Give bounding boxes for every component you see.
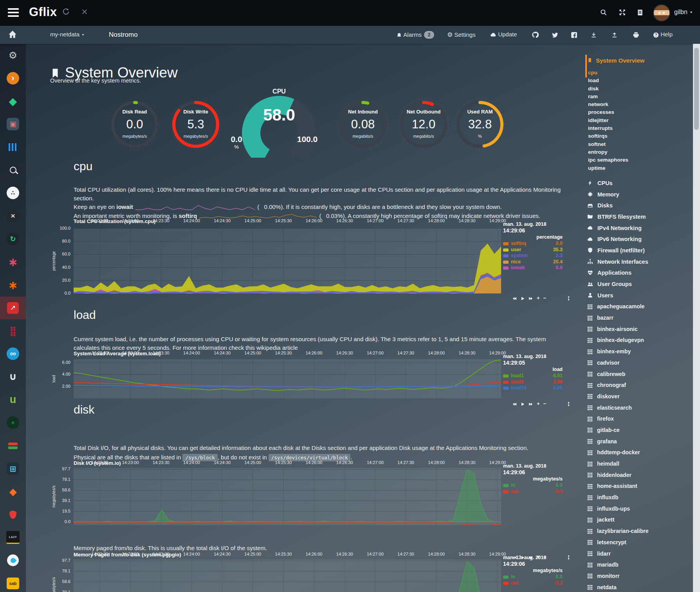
- changelog-icon[interactable]: [637, 9, 644, 16]
- twitter-icon[interactable]: [551, 31, 558, 38]
- sidebar-item-ipc-semaphores[interactable]: ipc semaphores: [588, 156, 694, 164]
- facebook-icon[interactable]: [571, 31, 577, 38]
- menu-icon[interactable]: [8, 8, 19, 17]
- pan-backward-icon[interactable]: [512, 401, 517, 407]
- app-icon-small-red-shield-app[interactable]: [0, 503, 26, 526]
- zoom-out-icon[interactable]: −: [543, 295, 547, 301]
- legend-entry-system[interactable]: system2.3: [503, 253, 563, 259]
- sidebar-item-netdata[interactable]: netdata: [587, 582, 694, 592]
- app-icon-settings[interactable]: ⚙: [0, 44, 26, 67]
- pan-forward-icon[interactable]: [529, 401, 533, 407]
- sidebar-item-ram[interactable]: ram: [588, 93, 694, 101]
- export-download-icon[interactable]: [590, 31, 597, 38]
- sidebar-item-users[interactable]: Users: [587, 290, 694, 301]
- user-menu[interactable]: gilbn: [674, 9, 693, 16]
- alarms-button[interactable]: Alarms2: [396, 31, 434, 39]
- sidebar-item-calibreweb[interactable]: calibreweb: [587, 369, 694, 380]
- sidebar-item-system-overview[interactable]: System Overview: [587, 57, 694, 66]
- sidebar-item-cpus[interactable]: CPUs: [587, 178, 694, 189]
- pan-backward-icon[interactable]: [512, 295, 517, 301]
- legend-entry-nice[interactable]: nice20.4: [503, 259, 563, 265]
- legend-entry-iowait[interactable]: iowait0.0: [503, 265, 563, 271]
- legend-entry-load15[interactable]: load152.06: [503, 385, 563, 391]
- server-dropdown[interactable]: my-netdata: [50, 31, 85, 38]
- sidebar-item-binhex-emby[interactable]: binhex-emby: [587, 346, 694, 357]
- app-icon-pink-nodes-app[interactable]: ∗: [0, 250, 26, 274]
- app-icon-orange-flame-app[interactable]: ∗: [0, 274, 26, 297]
- print-icon[interactable]: [633, 31, 639, 38]
- chart-plot[interactable]: [74, 560, 501, 592]
- app-icon-audio-bars-app[interactable]: [0, 136, 26, 159]
- sidebar-item-user-groups[interactable]: User Groups: [587, 279, 694, 290]
- app-icon-red-shield-app[interactable]: ↗: [0, 297, 26, 320]
- used-ram-gauge[interactable]: Used RAM32.8%: [453, 97, 507, 152]
- sidebar-item-mariadb[interactable]: mariadb: [587, 559, 694, 570]
- zoom-in-icon[interactable]: +: [537, 401, 540, 407]
- legend-entry-softirq[interactable]: softirq0.0: [503, 241, 563, 247]
- legend-entry-out[interactable]: out-5.3: [503, 489, 563, 495]
- sidebar-item-idlejitter[interactable]: idlejitter: [588, 117, 694, 124]
- sidebar-item-memory[interactable]: Memory: [587, 189, 694, 200]
- sidebar-item-disk[interactable]: disk: [588, 85, 694, 93]
- sidebar-item-apacheguacamole[interactable]: apacheguacamole: [587, 301, 694, 312]
- github-icon[interactable]: [532, 31, 539, 38]
- sidebar-item-ipv4-networking[interactable]: IPv4 Networking: [587, 223, 694, 234]
- sidebar-item-grafana[interactable]: grafana: [587, 436, 694, 447]
- sidebar-item-softnet[interactable]: softnet: [588, 140, 694, 148]
- app-icon-orange-fox-app[interactable]: ◆: [0, 480, 26, 503]
- help-button[interactable]: Help: [653, 31, 673, 38]
- app-icon-search-app[interactable]: [0, 158, 26, 182]
- sidebar-item-btrfs-filesystem[interactable]: BTRFS filesystem: [587, 211, 694, 223]
- sidebar-item-binhex-delugevpn[interactable]: binhex-delugevpn: [587, 335, 694, 346]
- sidebar-item-influxdb[interactable]: influxdb: [587, 492, 694, 503]
- chart-legend[interactable]: man. 13. aug. 201814:29:06megabytes/sin0…: [503, 555, 563, 586]
- update-button[interactable]: Update: [490, 31, 517, 38]
- app-icon-robot-app[interactable]: ▣: [0, 113, 26, 136]
- legend-entry-user[interactable]: user35.3: [503, 247, 563, 253]
- legend-entry-load5[interactable]: load52.68: [503, 379, 563, 385]
- sidebar-item-home-assistant[interactable]: home-assistant: [587, 480, 694, 492]
- legend-entry-out[interactable]: out-5.2: [503, 580, 563, 587]
- sidebar-item-firefox[interactable]: firefox: [587, 413, 694, 425]
- app-icon-teal-window-app[interactable]: ⊞: [0, 457, 26, 480]
- cpu-gauge[interactable]: CPU58.00.0100.0%: [230, 89, 328, 158]
- sidebar-item-entropy[interactable]: entropy: [588, 148, 694, 156]
- sidebar-item-ipv6-networking[interactable]: IPv6 Networking: [587, 234, 694, 245]
- sidebar-item-uptime[interactable]: uptime: [588, 164, 694, 172]
- close-tab-icon[interactable]: [81, 8, 88, 15]
- app-icon-dark-green-circle-app[interactable]: ●: [0, 411, 26, 434]
- zoom-in-icon[interactable]: +: [537, 295, 540, 301]
- app-icon-orange-circle-app[interactable]: ›: [0, 67, 26, 90]
- sidebar-item-bazarr[interactable]: bazarr: [587, 312, 694, 324]
- sidebar-item-network-interfaces[interactable]: Network Interfaces: [587, 256, 694, 268]
- disk-write-gauge[interactable]: Disk Write5.3megabytes/s: [168, 97, 223, 152]
- sidebar-item-monitorr[interactable]: monitorr: [587, 570, 694, 582]
- sidebar-item-lidarr[interactable]: lidarr: [587, 548, 694, 560]
- app-icon-green-diamond-app[interactable]: ◆: [0, 90, 26, 113]
- net-outbound-gauge[interactable]: Net Outbound12.0megabits/s: [396, 97, 451, 152]
- app-icon-dark-x-app[interactable]: ×: [0, 205, 26, 228]
- sidebar-item-interrupts[interactable]: interrupts: [588, 124, 694, 132]
- chart-plot[interactable]: [74, 229, 501, 293]
- scrollbar[interactable]: [693, 44, 700, 592]
- sidebar-item-lazylibrarian-calibre[interactable]: lazylibrarian-calibre: [587, 525, 694, 537]
- app-icon-blue-oo-app[interactable]: oo: [0, 342, 26, 365]
- chart-plot[interactable]: [74, 359, 501, 398]
- sidebar-item-disks[interactable]: Disks: [587, 200, 694, 211]
- app-icon-white-circle-app[interactable]: ∴: [0, 182, 26, 205]
- refresh-icon[interactable]: [63, 8, 69, 15]
- app-icon-lazy-app[interactable]: LAZY: [0, 526, 26, 549]
- sidebar-item-jackett[interactable]: jackett: [587, 514, 694, 525]
- sidebar-item-elasticsearch[interactable]: elasticsearch: [587, 402, 694, 414]
- play-icon[interactable]: [520, 295, 525, 301]
- sidebar-item-hiddenloader[interactable]: hiddenloader: [587, 470, 694, 481]
- resize-handle-icon[interactable]: [566, 295, 571, 301]
- sidebar-item-letsencrypt[interactable]: letsencrypt: [587, 537, 694, 548]
- fullscreen-icon[interactable]: [619, 9, 626, 16]
- resize-handle-icon[interactable]: [566, 401, 571, 407]
- sidebar-item-processes[interactable]: processes: [588, 108, 694, 116]
- app-icon-green-u-app[interactable]: u: [0, 388, 26, 411]
- legend-entry-in[interactable]: in0.0: [503, 574, 563, 580]
- sidebar-item-binhex-airsonic[interactable]: binhex-airsonic: [587, 324, 694, 335]
- avatar[interactable]: [653, 4, 670, 22]
